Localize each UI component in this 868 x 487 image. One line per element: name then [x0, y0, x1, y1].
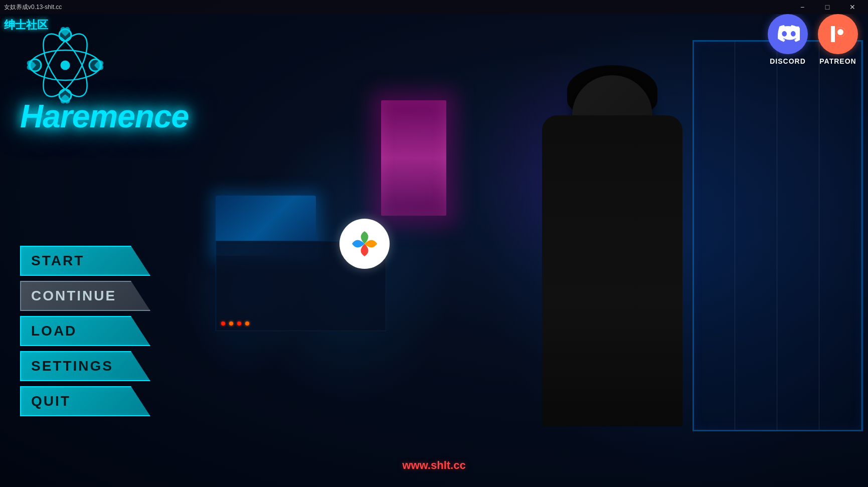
- window-bar-4: [820, 42, 861, 430]
- window-frame: [692, 40, 863, 431]
- patreon-button[interactable]: PATREON: [818, 14, 858, 65]
- website-watermark: www.shlt.cc: [402, 459, 465, 472]
- center-platform-icon: [339, 219, 390, 269]
- svg-point-11: [837, 29, 843, 35]
- server-lights: [221, 321, 249, 326]
- logo-area: Haremence: [20, 20, 189, 132]
- settings-button[interactable]: SETTINGS: [20, 351, 150, 381]
- close-button[interactable]: ✕: [841, 0, 864, 14]
- load-button[interactable]: LOAD: [20, 316, 150, 346]
- titlebar: 女奴养成v0.13-shlt.cc − □ ✕: [0, 0, 868, 14]
- window-bar-2: [736, 42, 777, 430]
- light-orange-2: [245, 321, 249, 326]
- discord-label: DISCORD: [770, 57, 806, 65]
- main-menu: START CONTINUE LOAD SETTINGS QUIT: [20, 246, 150, 416]
- window-title: 女奴养成v0.13-shlt.cc: [4, 3, 62, 12]
- character-silhouette: [517, 75, 708, 426]
- patreon-label: PATREON: [819, 57, 856, 65]
- discord-button[interactable]: DISCORD: [768, 14, 808, 65]
- logo-icon: [20, 20, 110, 110]
- social-buttons: DISCORD PATREON: [768, 14, 858, 65]
- minimize-button[interactable]: −: [791, 0, 814, 14]
- light-red-2: [237, 321, 241, 326]
- pink-window: [381, 100, 446, 216]
- svg-rect-9: [831, 26, 835, 42]
- discord-icon: [768, 14, 808, 54]
- quit-button[interactable]: QUIT: [20, 386, 150, 416]
- start-button[interactable]: START: [20, 246, 150, 276]
- light-red: [221, 321, 225, 326]
- character-body: [542, 115, 682, 426]
- window-bars: [694, 42, 861, 430]
- continue-button[interactable]: CONTINUE: [20, 281, 150, 311]
- maximize-button[interactable]: □: [816, 0, 839, 14]
- window-bar-3: [778, 42, 819, 430]
- patreon-icon: [818, 14, 858, 54]
- svg-point-7: [61, 61, 69, 69]
- window-controls: − □ ✕: [791, 0, 864, 14]
- light-orange: [229, 321, 233, 326]
- chinese-badge: 绅士社区: [4, 18, 48, 33]
